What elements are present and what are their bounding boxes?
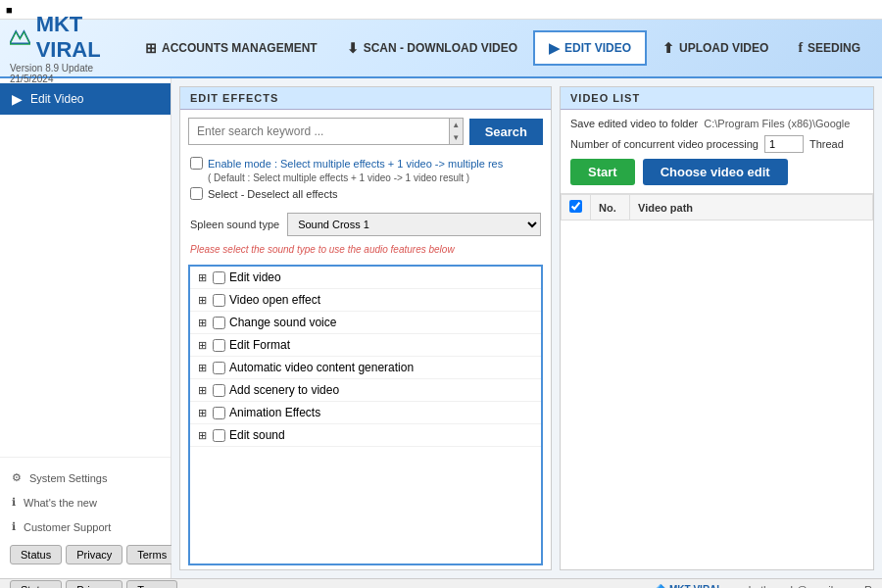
video-list-controls: Save edited video to folder C:\Program F… bbox=[561, 110, 873, 193]
status-bar-terms-btn[interactable]: Terms bbox=[126, 580, 177, 589]
effect-check-8[interactable] bbox=[213, 429, 225, 442]
sidebar: ▶ Edit Video ⚙ System Settings ℹ What's … bbox=[0, 78, 172, 578]
seeding-icon: f bbox=[798, 40, 803, 56]
edit-icon: ▶ bbox=[549, 40, 560, 56]
expand-icon-8: ⊞ bbox=[198, 429, 207, 442]
sidebar-whats-new[interactable]: ℹ What's the new bbox=[0, 490, 171, 514]
accounts-icon: ⊞ bbox=[145, 40, 157, 56]
nav-seeding-label: SEEDING bbox=[808, 41, 860, 55]
video-list-panel: VIDEO LIST Save edited video to folder C… bbox=[560, 86, 874, 570]
effect-label-4: Edit Format bbox=[229, 338, 290, 352]
scroll-down-icon[interactable]: ▼ bbox=[450, 131, 462, 144]
scan-icon: ⬇ bbox=[347, 40, 359, 56]
expand-icon-7: ⊞ bbox=[198, 407, 207, 419]
effect-check-1[interactable] bbox=[213, 271, 225, 284]
status-right-text: R bbox=[864, 584, 872, 589]
info-icon-2: ℹ bbox=[12, 520, 16, 533]
status-bar-privacy-btn[interactable]: Privacy bbox=[66, 580, 122, 589]
effect-edit-sound[interactable]: ⊞ Edit sound bbox=[190, 424, 541, 447]
enable-mode-row: Enable mode : Select multiple effects + … bbox=[190, 157, 541, 170]
privacy-button[interactable]: Privacy bbox=[66, 545, 122, 564]
edit-video-icon: ▶ bbox=[12, 91, 23, 107]
search-button[interactable]: Search bbox=[469, 119, 543, 145]
options-section: Enable mode : Select multiple effects + … bbox=[180, 153, 551, 207]
video-list-header: VIDEO LIST bbox=[561, 87, 873, 110]
sidebar-menu: ▶ Edit Video bbox=[0, 78, 171, 457]
sidebar-item-edit-video[interactable]: ▶ Edit Video bbox=[0, 83, 171, 115]
effect-check-6[interactable] bbox=[213, 384, 225, 397]
sidebar-customer-support[interactable]: ℹ Customer Support bbox=[0, 514, 171, 539]
content-area: EDIT EFFECTS ▲ ▼ Search Enable mode : Se… bbox=[172, 78, 882, 578]
effect-check-5[interactable] bbox=[213, 362, 225, 374]
effect-check-7[interactable] bbox=[213, 407, 225, 419]
status-bar-left: Status Privacy Terms bbox=[10, 580, 177, 589]
effect-add-scenery[interactable]: ⊞ Add scenery to video bbox=[190, 379, 541, 402]
sidebar-system-settings[interactable]: ⚙ System Settings bbox=[0, 466, 171, 490]
whats-new-label: What's the new bbox=[24, 497, 97, 509]
action-row: Start Choose video edit bbox=[570, 159, 863, 185]
nav-accounts[interactable]: ⊞ ACCOUNTS MANAGEMENT bbox=[131, 32, 331, 64]
start-button[interactable]: Start bbox=[570, 159, 635, 185]
effect-auto-content[interactable]: ⊞ Automatic video content generation bbox=[190, 357, 541, 379]
select-all-checkbox[interactable] bbox=[190, 187, 203, 200]
expand-icon-2: ⊞ bbox=[198, 294, 207, 307]
nav-scan-label: SCAN - DOWNLOAD VIDEO bbox=[364, 41, 517, 55]
header: MKT VIRAL Version 8.9 Update 21/5/2024 ⊞… bbox=[0, 20, 882, 78]
audio-note: Please select the sound type to use the … bbox=[180, 242, 551, 261]
effect-change-sound[interactable]: ⊞ Change sound voice bbox=[190, 312, 541, 334]
edit-effects-panel: EDIT EFFECTS ▲ ▼ Search Enable mode : Se… bbox=[179, 86, 552, 570]
nav-seeding[interactable]: f SEEDING bbox=[784, 32, 874, 64]
select-all-label: Select - Deselect all effects bbox=[208, 188, 337, 200]
nav-upload[interactable]: ⬆ UPLOAD VIDEO bbox=[649, 32, 782, 64]
nav-edit[interactable]: ▶ EDIT VIDEO bbox=[533, 30, 647, 66]
concurrent-row: Number of concurrent video processing Th… bbox=[570, 135, 863, 153]
save-label: Save edited video to folder bbox=[570, 118, 698, 129]
nav-scan[interactable]: ⬇ SCAN - DOWNLOAD VIDEO bbox=[333, 32, 531, 64]
effect-label-1: Edit video bbox=[229, 270, 281, 284]
effect-video-open[interactable]: ⊞ Video open effect bbox=[190, 289, 541, 312]
status-button[interactable]: Status bbox=[10, 545, 62, 564]
effects-list: ⊞ Edit video ⊞ Video open effect ⊞ Chang… bbox=[188, 265, 543, 565]
effect-animation[interactable]: ⊞ Animation Effects bbox=[190, 402, 541, 424]
status-bar-right: 🔷 MKT VIRAL ngnhatha.nnh@gmail.com R bbox=[655, 584, 872, 589]
expand-icon-6: ⊞ bbox=[198, 384, 207, 397]
info-icon-1: ℹ bbox=[12, 496, 16, 509]
select-all-videos-checkbox[interactable] bbox=[569, 200, 582, 213]
effect-label-3: Change sound voice bbox=[229, 316, 336, 329]
status-logo: 🔷 MKT VIRAL bbox=[655, 584, 722, 588]
svg-marker-1 bbox=[10, 32, 30, 44]
nav-bar: ⊞ ACCOUNTS MANAGEMENT ⬇ SCAN - DOWNLOAD … bbox=[131, 30, 874, 66]
sound-type-select[interactable]: Sound Cross 1 Sound Cross 2 Sound Cross … bbox=[287, 213, 541, 236]
effect-edit-format[interactable]: ⊞ Edit Format bbox=[190, 334, 541, 357]
search-row: ▲ ▼ Search bbox=[180, 110, 551, 153]
sidebar-item-label: Edit Video bbox=[30, 92, 84, 106]
expand-icon-4: ⊞ bbox=[198, 339, 207, 352]
search-input[interactable] bbox=[189, 119, 449, 144]
effect-edit-video[interactable]: ⊞ Edit video bbox=[190, 267, 541, 289]
nav-edit-label: EDIT VIDEO bbox=[564, 41, 631, 55]
effect-check-4[interactable] bbox=[213, 339, 225, 352]
effect-check-3[interactable] bbox=[213, 317, 225, 329]
nav-upload-label: UPLOAD VIDEO bbox=[679, 41, 768, 55]
search-input-wrap: ▲ ▼ bbox=[188, 118, 464, 145]
scroll-up-icon[interactable]: ▲ bbox=[450, 119, 462, 131]
effect-label-6: Add scenery to video bbox=[229, 383, 339, 397]
terms-button[interactable]: Terms bbox=[126, 545, 177, 564]
customer-support-label: Customer Support bbox=[24, 521, 111, 533]
footer-buttons: Status Privacy Terms bbox=[0, 539, 171, 570]
th-no: No. bbox=[591, 195, 630, 220]
title-bar: ■ bbox=[0, 0, 882, 20]
th-check bbox=[562, 195, 591, 220]
status-bar-status-btn[interactable]: Status bbox=[10, 580, 62, 589]
thread-count-input[interactable] bbox=[764, 135, 804, 153]
nav-accounts-label: ACCOUNTS MANAGEMENT bbox=[162, 41, 318, 55]
expand-icon-3: ⊞ bbox=[198, 317, 207, 329]
logo-area: MKT VIRAL Version 8.9 Update 21/5/2024 bbox=[10, 12, 112, 84]
sidebar-bottom: ⚙ System Settings ℹ What's the new ℹ Cus… bbox=[0, 457, 171, 578]
enable-mode-checkbox[interactable] bbox=[190, 157, 203, 170]
default-label: ( Default : Select multiple effects + 1 … bbox=[190, 172, 541, 183]
choose-video-button[interactable]: Choose video edit bbox=[643, 159, 788, 185]
effect-check-2[interactable] bbox=[213, 294, 225, 307]
concurrent-label: Number of concurrent video processing bbox=[570, 138, 759, 150]
status-bar: Status Privacy Terms 🔷 MKT VIRAL ngnhath… bbox=[0, 578, 882, 588]
